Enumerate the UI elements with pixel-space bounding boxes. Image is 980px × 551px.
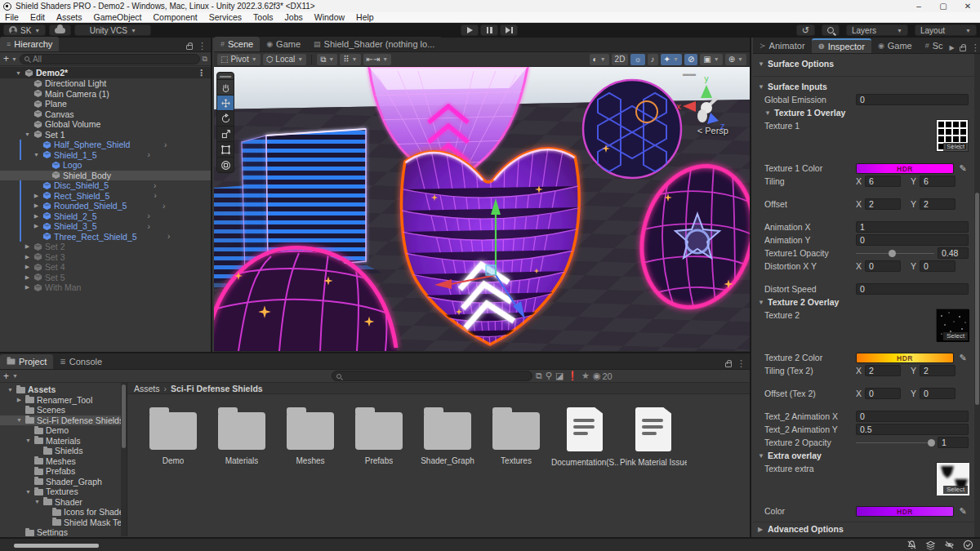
animation-y-field[interactable]: 0 (856, 234, 969, 246)
search-by-label-icon[interactable]: ⚲ (546, 371, 552, 381)
asset-item[interactable]: Documentation(S... (550, 401, 619, 482)
hierarchy-row[interactable]: Three_Rect_Shield_5 › (0, 232, 211, 242)
prefab-open-icon[interactable]: › (148, 211, 155, 220)
asset-item[interactable]: Materials (207, 401, 276, 482)
minimize-button[interactable]: – (906, 0, 931, 12)
prefab-open-icon[interactable]: › (164, 140, 172, 149)
step-button[interactable] (500, 24, 518, 36)
menu-item[interactable]: Edit (30, 12, 45, 22)
project-tree-scrollbar[interactable] (121, 383, 127, 536)
asset-item[interactable]: Textures (482, 401, 550, 482)
project-tree-row[interactable]: ▼ Shader (0, 497, 127, 508)
t2-animation-y-field[interactable]: 0.5 (856, 424, 969, 435)
project-tree-row[interactable]: Demo (0, 425, 127, 436)
project-tree-row[interactable]: Prefabs (0, 466, 127, 477)
offset2-y-field[interactable]: 0 (920, 388, 956, 399)
rect-tool[interactable] (217, 141, 234, 157)
add-object-button[interactable]: + (3, 53, 9, 64)
hierarchy-row[interactable]: Shield_Body (0, 171, 211, 181)
asset-item[interactable]: Prefabs (345, 401, 413, 482)
tab-inspector[interactable]: ❶ Inspector (812, 38, 871, 53)
toggle-2d-button[interactable]: 2D (612, 54, 629, 65)
distortion-x-field[interactable]: 0 (865, 260, 901, 272)
texture2-thumbnail[interactable]: Select (936, 309, 969, 341)
package-visibility-icon[interactable]: ◪ (555, 371, 564, 381)
texture2-opacity-value[interactable]: 1 (938, 437, 969, 448)
hierarchy-row[interactable]: Disc_Shield_5 › (0, 180, 211, 191)
animation-x-field[interactable]: 1 (856, 221, 969, 233)
expander-icon[interactable]: ▶ (33, 223, 40, 229)
pivot-dropdown[interactable]: ⬚ Pivot ▼ (217, 54, 261, 65)
distortion-y-field[interactable]: 0 (920, 260, 956, 272)
tab-game[interactable]: ◉ Game (260, 37, 307, 51)
grid-snap-dropdown[interactable]: ⧉▼ (317, 54, 337, 65)
tab-animator[interactable]: ≻ Animator (753, 38, 812, 53)
draw-mode-dropdown[interactable]: ◐▼ (590, 54, 609, 65)
project-tree-row[interactable]: Scenes (0, 405, 127, 415)
foldout-extra-overlay[interactable]: ▼Extra overlay (753, 449, 980, 462)
increment-snap-dropdown[interactable]: ⠿▼ (340, 54, 360, 65)
expander-icon[interactable]: ▶ (24, 284, 31, 291)
menu-item[interactable]: GameObject (94, 12, 142, 22)
create-asset-button[interactable]: + (3, 371, 9, 382)
scene-viewport[interactable]: ▬▬ ▬▬ y x z < Persp (214, 67, 750, 351)
expander-icon[interactable]: ▶ (24, 243, 31, 250)
asset-item[interactable]: Shader_Graph (413, 401, 482, 482)
hierarchy-row[interactable]: Global Volume (0, 119, 211, 130)
expander-icon[interactable]: ▼ (33, 152, 40, 158)
prefab-open-icon[interactable]: › (148, 222, 155, 231)
expander-icon[interactable]: ▶ (24, 264, 31, 270)
orientation-gizmo[interactable]: y x z (675, 73, 738, 149)
hierarchy-row[interactable]: ▶ Set 3 (0, 252, 211, 263)
hierarchy-row[interactable]: Canvas (0, 109, 211, 120)
tab-shader-graph[interactable]: ▤ Shield_Shader (nothing lo... (307, 37, 441, 51)
hierarchy-row[interactable]: Half_Sphere_Shield › (0, 140, 211, 150)
hierarchy-row[interactable]: Main Camera (1) (0, 89, 211, 100)
offset-y-field[interactable]: 2 (920, 198, 956, 210)
texture2-color-swatch[interactable]: HDR (856, 353, 954, 363)
lock-icon[interactable] (960, 47, 966, 51)
tab-game[interactable]: ◉ Game (871, 38, 919, 53)
project-tree-row[interactable]: Meshes (0, 456, 127, 467)
texture1-color-swatch[interactable]: HDR (856, 163, 954, 174)
breadcrumb-assets[interactable]: Assets (134, 384, 160, 393)
prefab-open-icon[interactable]: › (154, 191, 161, 200)
project-tree-row[interactable]: ▼ Assets (0, 384, 127, 395)
effects-dropdown[interactable]: ✦▼ (661, 54, 682, 65)
texture1-opacity-slider[interactable] (856, 247, 934, 259)
expander-icon[interactable]: ▼ (15, 70, 22, 76)
eyedropper-icon[interactable]: ✎ (957, 353, 969, 363)
expander-icon[interactable]: ▶ (33, 193, 40, 199)
extra-color-swatch[interactable]: HDR (856, 506, 954, 517)
hierarchy-row[interactable]: ▶ Rect_Shield_5 › (0, 191, 211, 202)
layers-dropdown[interactable]: Layers▼ (846, 24, 908, 36)
hierarchy-row[interactable]: ▼ Demo2* ⋮ (0, 67, 211, 78)
tab-hierarchy[interactable]: ≡ Hierarchy (0, 37, 59, 51)
chevron-down-icon[interactable]: ▼ (12, 373, 18, 379)
foldout-surface-inputs[interactable]: ▼Surface Inputs (753, 80, 980, 93)
menu-item[interactable]: Help (356, 12, 374, 22)
project-tree-row[interactable]: Shader_Graph (0, 477, 127, 487)
hierarchy-search-input[interactable]: All (20, 54, 200, 64)
global-emission-field[interactable]: 0 (856, 94, 969, 105)
move-tool[interactable] (217, 95, 234, 110)
info-icon[interactable]: ❗ (567, 371, 578, 381)
layout-dropdown[interactable]: Layout▼ (915, 24, 977, 36)
cloud-button[interactable] (49, 24, 71, 36)
tab-scene[interactable]: # Scene (214, 37, 260, 51)
expander-icon[interactable]: ▼ (7, 387, 14, 393)
expander-icon[interactable]: ▼ (33, 499, 41, 504)
lock-icon[interactable] (186, 45, 193, 50)
account-button[interactable]: SK ▼ (3, 24, 46, 36)
inspector-scrollbar[interactable] (974, 54, 980, 537)
menu-item[interactable]: Component (153, 12, 197, 22)
drag-handle-icon[interactable]: ▬▬ (217, 73, 234, 79)
search-by-type-icon[interactable]: ⧉ (536, 371, 542, 381)
prefab-open-icon[interactable]: › (167, 232, 175, 241)
gizmos-dropdown[interactable]: ⊕▼ (725, 54, 746, 65)
hierarchy-row[interactable]: ▶ With Man (0, 282, 211, 293)
prefab-open-icon[interactable]: › (163, 202, 170, 211)
expander-icon[interactable]: ▼ (24, 438, 32, 443)
distort-speed-field[interactable]: 0 (856, 283, 969, 295)
close-button[interactable]: ✕ (956, 0, 980, 12)
